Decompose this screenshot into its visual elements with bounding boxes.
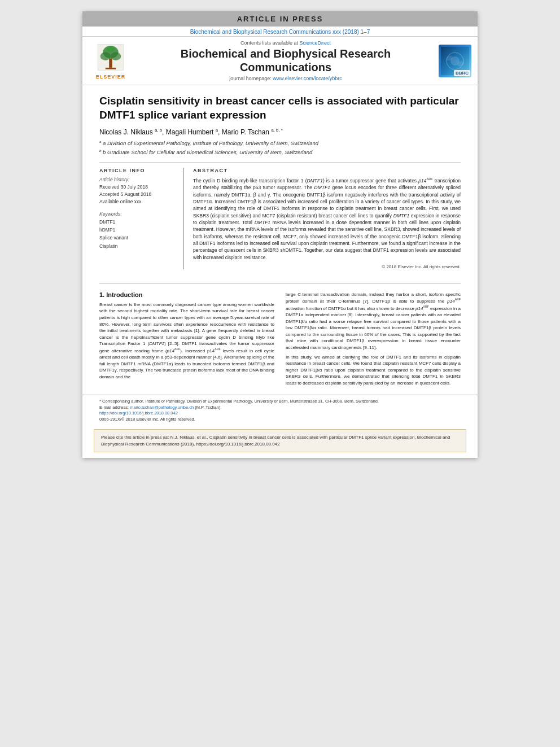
- intro-heading: 1. Introduction: [99, 291, 274, 298]
- abstract-text: The cyclin D binding myb-like transcript…: [193, 177, 461, 261]
- email-line: E-mail address: mario.tschan@pathology.u…: [99, 405, 461, 411]
- journal-homepage: journal homepage: www.elsevier.com/locat…: [139, 76, 432, 81]
- journal-ref-text: Biochemical and Biophysical Research Com…: [190, 29, 370, 35]
- elsevier-tree-icon: [94, 42, 128, 73]
- article-title: Cisplatin sensitivity in breast cancer c…: [99, 94, 461, 122]
- journal-header: ELSEVIER Contents lists available at Sci…: [82, 36, 478, 85]
- bbrc-image: BBRC: [439, 45, 471, 77]
- doi-link[interactable]: https://doi.org/10.1016/j.bbrc.2018.08.0…: [99, 410, 178, 416]
- history-label: Article history:: [99, 177, 177, 182]
- corresponding-author: * Corresponding author. Institute of Pat…: [99, 399, 461, 405]
- body-content: 1. Introduction Breast cancer is the mos…: [82, 289, 478, 395]
- footnotes: * Corresponding author. Institute of Pat…: [82, 395, 478, 425]
- footer-banner-text: Please cite this article in press as: N.…: [101, 434, 459, 447]
- bbrc-label-text: BBRC: [454, 70, 470, 76]
- keywords-label: Keywords:: [99, 211, 177, 217]
- article-info-label: ARTICLE INFO: [99, 168, 177, 173]
- keywords-section: Keywords: DMTF1 hDMP1 Splice variant Cis…: [99, 211, 177, 251]
- available-online: Available online xxx: [99, 198, 177, 206]
- keyword-3: Splice variant: [99, 234, 177, 242]
- journal-main-title: Biochemical and Biophysical Research Com…: [139, 47, 432, 74]
- bbrc-logo: BBRC: [438, 45, 472, 77]
- body-left-col: 1. Introduction Breast cancer is the mos…: [99, 291, 274, 390]
- keyword-4: Cisplatin: [99, 242, 177, 250]
- keyword-1: DMTF1: [99, 218, 177, 226]
- contents-available-text: Contents lists available at ScienceDirec…: [139, 40, 432, 46]
- section-divider: [99, 283, 461, 283]
- journal-title-block: Contents lists available at ScienceDirec…: [139, 40, 432, 81]
- aip-banner: ARTICLE IN PRESS: [82, 11, 478, 27]
- homepage-link[interactable]: www.elsevier.com/locate/ybbrc: [273, 76, 342, 81]
- affiliation-b: b b Graduate School for Cellular and Bio…: [99, 148, 461, 156]
- accepted-date: Accepted 5 August 2018: [99, 191, 177, 198]
- intro-text-left: Breast cancer is the most commonly diagn…: [99, 302, 274, 381]
- authors-text: Nicolas J. Niklaus a, b, Magali Humbert …: [99, 128, 283, 136]
- body-right-col: large C-terminal transactivation domain,…: [286, 291, 461, 390]
- received-date: Received 30 July 2018: [99, 184, 177, 191]
- footer-banner: Please cite this article in press as: N.…: [94, 429, 466, 452]
- copyright-line: © 2018 Elsevier Inc. All rights reserved…: [193, 264, 461, 269]
- keyword-2: hDMP1: [99, 226, 177, 234]
- intro-text-right: large C-terminal transactivation domain,…: [286, 291, 461, 387]
- sciencedirect-link[interactable]: ScienceDirect: [300, 40, 331, 46]
- authors-line: Nicolas J. Niklaus a, b, Magali Humbert …: [99, 128, 461, 136]
- article-info-abstract: ARTICLE INFO Article history: Received 3…: [99, 163, 461, 269]
- svg-rect-4: [109, 58, 112, 67]
- main-content: Cisplatin sensitivity in breast cancer c…: [82, 85, 478, 275]
- journal-ref-line: Biochemical and Biophysical Research Com…: [82, 27, 478, 36]
- aip-text: ARTICLE IN PRESS: [237, 15, 323, 23]
- svg-point-5: [107, 46, 115, 52]
- abstract-col: ABSTRACT The cyclin D binding myb-like t…: [193, 168, 461, 269]
- elsevier-logo: ELSEVIER: [88, 42, 133, 80]
- email-link[interactable]: mario.tschan@pathology.unibe.ch: [130, 405, 194, 410]
- article-info-col: ARTICLE INFO Article history: Received 3…: [99, 168, 184, 269]
- abstract-label: ABSTRACT: [193, 168, 461, 173]
- affiliation-a: a a Division of Experimental Pathology, …: [99, 139, 461, 147]
- issn-line: 0006-291X/© 2018 Elsevier Inc. All right…: [99, 417, 461, 423]
- svg-rect-6: [106, 68, 116, 69]
- elsevier-label: ELSEVIER: [96, 74, 126, 80]
- page: ARTICLE IN PRESS Biochemical and Biophys…: [82, 11, 478, 458]
- doi-line: https://doi.org/10.1016/j.bbrc.2018.08.0…: [99, 410, 461, 417]
